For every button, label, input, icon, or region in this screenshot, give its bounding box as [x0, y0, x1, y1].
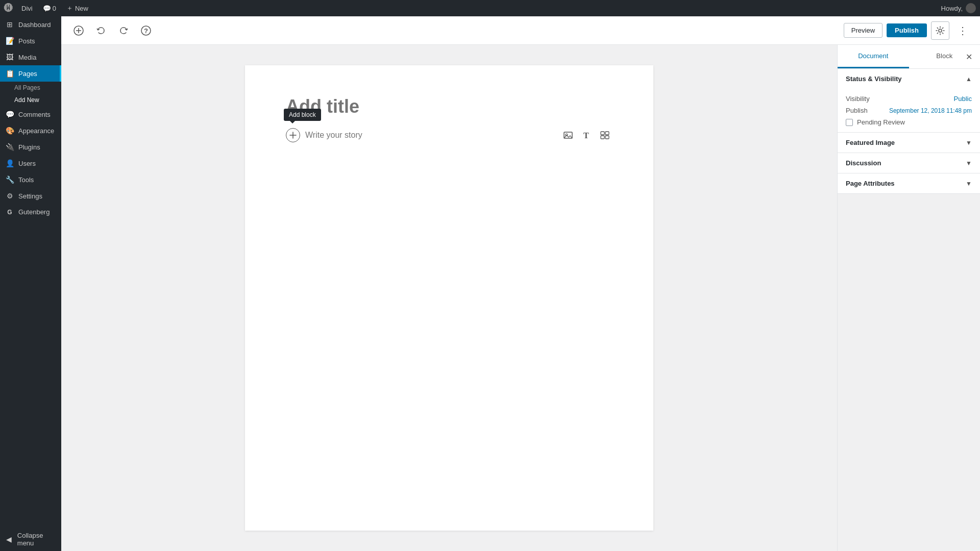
- appearance-icon: 🎨: [5, 127, 14, 135]
- plugins-icon: 🔌: [5, 143, 14, 151]
- sidebar-item-tools[interactable]: 🔧 Tools: [0, 171, 61, 188]
- svg-rect-11: [601, 132, 604, 135]
- editor-container: ? Preview Publish ⋮: [61, 16, 980, 551]
- sidebar-item-comments[interactable]: 💬 Comments: [0, 106, 61, 122]
- more-options-button[interactable]: ⋮: [953, 21, 972, 40]
- plus-icon: ＋: [66, 4, 73, 13]
- new-label: New: [75, 5, 88, 12]
- settings-button[interactable]: [931, 21, 949, 40]
- editor-toolbar: ? Preview Publish ⋮: [61, 16, 980, 45]
- gutenberg-icon: G: [5, 209, 14, 216]
- discussion-section: Discussion ▼: [838, 153, 980, 173]
- sidebar-item-label: Dashboard: [18, 21, 51, 29]
- admin-bar: 🅦 Divi 💬 0 ＋ New Howdy,: [0, 0, 980, 16]
- status-visibility-content: Visibility Public Publish September 12, …: [838, 89, 980, 132]
- comments-icon: 💬: [43, 5, 51, 12]
- discussion-title: Discussion: [846, 159, 881, 167]
- pending-review-checkbox[interactable]: [846, 119, 853, 126]
- text-block-button[interactable]: T: [579, 128, 594, 143]
- page-attributes-section: Page Attributes ▼: [838, 173, 980, 194]
- sidebar-item-label: Pages: [18, 70, 37, 78]
- sidebar-item-label: Comments: [18, 111, 51, 118]
- chevron-down-icon: ▼: [966, 139, 972, 146]
- panel-background: [838, 194, 980, 551]
- add-block-toolbar-button[interactable]: [69, 21, 88, 40]
- sidebar-collapse-menu[interactable]: ◀ Collapse menu: [0, 528, 61, 551]
- sidebar-item-users[interactable]: 👤 Users: [0, 155, 61, 171]
- panel-close-button[interactable]: ✕: [962, 49, 976, 64]
- sidebar-item-appearance[interactable]: 🎨 Appearance: [0, 122, 61, 139]
- status-visibility-section: Status & Visibility ▲ Visibility Public …: [838, 69, 980, 133]
- adminbar-new[interactable]: ＋ New: [62, 4, 92, 13]
- svg-rect-13: [601, 136, 604, 139]
- sidebar-item-dashboard[interactable]: ⊞ Dashboard: [0, 16, 61, 33]
- svg-rect-12: [605, 132, 609, 135]
- adminbar-howdy[interactable]: Howdy,: [941, 3, 976, 13]
- chevron-down-icon: ▼: [966, 160, 972, 167]
- sidebar-item-media[interactable]: 🖼 Media: [0, 49, 61, 65]
- status-visibility-title: Status & Visibility: [846, 75, 902, 83]
- sidebar-item-pages[interactable]: 📋 Pages: [0, 65, 61, 82]
- settings-icon: ⚙: [5, 192, 14, 200]
- page-attributes-title: Page Attributes: [846, 180, 895, 187]
- sidebar-item-label: Settings: [18, 192, 42, 200]
- page-attributes-header[interactable]: Page Attributes ▼: [838, 173, 980, 193]
- discussion-header[interactable]: Discussion ▼: [838, 153, 980, 173]
- sidebar-item-plugins[interactable]: 🔌 Plugins: [0, 139, 61, 155]
- add-block-button[interactable]: [286, 128, 300, 142]
- pages-icon: 📋: [5, 69, 14, 78]
- page-content: Add block: [245, 65, 653, 531]
- sidebar-item-gutenberg[interactable]: G Gutenberg: [0, 204, 61, 220]
- adminbar-comments[interactable]: 💬 0: [39, 5, 60, 12]
- sidebar-sub-add-new[interactable]: Add New: [0, 94, 61, 106]
- svg-point-5: [939, 29, 942, 32]
- writing-area: Add block: [61, 45, 837, 551]
- sidebar: ⊞ Dashboard 📝 Posts 🖼 Media 📋 Pages All …: [0, 16, 61, 551]
- publish-date[interactable]: September 12, 2018 11:48 pm: [889, 107, 972, 114]
- story-input[interactable]: [305, 129, 555, 142]
- publish-label: Publish: [846, 107, 868, 114]
- tab-document[interactable]: Document: [838, 45, 909, 68]
- sidebar-item-label: Gutenberg: [18, 208, 50, 216]
- collapse-icon: ◀: [5, 535, 13, 543]
- publish-button[interactable]: Publish: [887, 23, 927, 37]
- sidebar-item-label: Users: [18, 160, 36, 167]
- help-button[interactable]: ?: [137, 21, 155, 40]
- editor-panel: Add block: [61, 45, 980, 551]
- undo-button[interactable]: [92, 21, 110, 40]
- right-panel: Document Block ✕ Status & Visibility ▲ V…: [837, 45, 980, 551]
- sidebar-item-posts[interactable]: 📝 Posts: [0, 33, 61, 49]
- status-visibility-header[interactable]: Status & Visibility ▲: [838, 69, 980, 89]
- redo-button[interactable]: [114, 21, 133, 40]
- sidebar-collapse-label: Collapse menu: [17, 532, 56, 547]
- svg-rect-8: [564, 132, 572, 138]
- featured-image-title: Featured Image: [846, 139, 895, 146]
- sidebar-item-settings[interactable]: ⚙ Settings: [0, 188, 61, 204]
- image-block-button[interactable]: [560, 128, 576, 143]
- sidebar-sub-all-pages[interactable]: All Pages: [0, 82, 61, 94]
- page-title-input[interactable]: [286, 96, 612, 117]
- dashboard-icon: ⊞: [5, 20, 14, 29]
- chevron-up-icon: ▲: [966, 76, 972, 83]
- block-row: Add block: [286, 128, 612, 143]
- posts-icon: 📝: [5, 37, 14, 45]
- visibility-label: Visibility: [846, 95, 870, 103]
- sidebar-item-label: Plugins: [18, 143, 40, 151]
- preview-button[interactable]: Preview: [844, 23, 883, 38]
- block-tools: T: [560, 128, 612, 143]
- sidebar-item-label: Appearance: [18, 127, 54, 135]
- featured-image-header[interactable]: Featured Image ▼: [838, 133, 980, 153]
- svg-text:?: ?: [144, 27, 148, 35]
- comments-icon: 💬: [5, 110, 14, 118]
- avatar: [966, 3, 976, 13]
- adminbar-site-name[interactable]: Divi: [17, 5, 37, 12]
- wp-logo-icon[interactable]: 🅦: [4, 3, 13, 14]
- pending-review-label: Pending Review: [857, 118, 905, 126]
- tools-icon: 🔧: [5, 176, 14, 184]
- howdy-label: Howdy,: [941, 5, 963, 12]
- panel-tabs: Document Block ✕: [838, 45, 980, 69]
- sidebar-item-label: Media: [18, 54, 36, 61]
- more-blocks-button[interactable]: [597, 128, 612, 143]
- sidebar-item-label: Posts: [18, 37, 35, 45]
- visibility-value[interactable]: Public: [954, 95, 972, 103]
